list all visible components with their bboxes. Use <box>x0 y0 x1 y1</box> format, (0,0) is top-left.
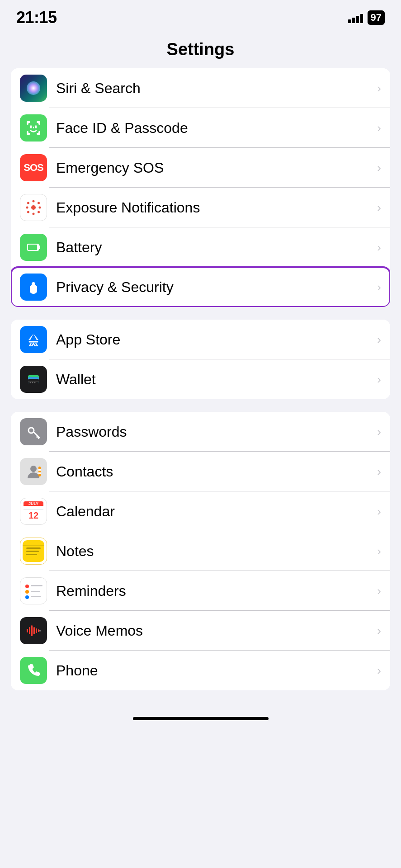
settings-row-passwords[interactable]: Passwords › <box>11 412 390 452</box>
svg-point-15 <box>38 211 40 213</box>
faceid-label: Face ID & Passcode <box>56 120 373 137</box>
signal-bars-icon <box>348 12 363 23</box>
settings-row-calendar[interactable]: 12 JULY Calendar › <box>11 491 390 531</box>
battery-percentage: 97 <box>371 12 382 24</box>
settings-group-security: Siri & Search › <box>11 68 390 307</box>
signal-bar-2 <box>352 18 355 23</box>
svg-rect-59 <box>31 596 41 597</box>
wallet-icon <box>20 366 47 393</box>
calendar-label: Calendar <box>56 503 373 520</box>
exposure-icon <box>20 194 47 221</box>
svg-rect-2 <box>27 121 28 125</box>
contacts-chevron-icon: › <box>377 465 381 479</box>
exposure-svg <box>25 199 42 216</box>
svg-point-55 <box>25 590 29 594</box>
reminders-icon <box>20 577 47 604</box>
wallet-svg <box>25 371 42 388</box>
signal-bar-1 <box>348 19 351 23</box>
voicememos-label: Voice Memos <box>56 623 373 639</box>
phone-icon <box>20 657 47 684</box>
svg-point-31 <box>30 382 31 383</box>
svg-point-33 <box>34 382 36 383</box>
svg-rect-10 <box>35 125 37 128</box>
siri-label: Siri & Search <box>56 80 373 97</box>
page-title: Settings <box>0 40 401 59</box>
svg-rect-8 <box>38 131 40 135</box>
sos-text: SOS <box>24 162 43 174</box>
settings-row-contacts[interactable]: Contacts › <box>11 452 390 491</box>
siri-chevron-icon: › <box>377 81 381 95</box>
svg-point-20 <box>31 205 36 210</box>
siri-svg <box>25 80 42 96</box>
svg-rect-11 <box>33 127 34 128</box>
svg-rect-61 <box>29 627 30 634</box>
settings-row-reminders[interactable]: Reminders › <box>11 571 390 611</box>
exposure-chevron-icon: › <box>377 201 381 215</box>
svg-point-14 <box>39 207 41 209</box>
settings-row-privacy[interactable]: Privacy & Security › <box>11 267 390 307</box>
settings-row-exposure[interactable]: Exposure Notifications › <box>11 188 390 227</box>
phone-label: Phone <box>56 662 373 679</box>
settings-row-sos[interactable]: SOS Emergency SOS › <box>11 148 390 188</box>
contacts-label: Contacts <box>56 463 373 480</box>
sos-icon: SOS <box>20 154 47 181</box>
reminders-chevron-icon: › <box>377 584 381 598</box>
sos-label: Emergency SOS <box>56 160 373 176</box>
status-time: 21:15 <box>16 8 57 27</box>
svg-rect-23 <box>28 245 37 250</box>
faceid-chevron-icon: › <box>377 121 381 135</box>
contacts-icon <box>20 458 47 485</box>
appstore-svg <box>25 331 42 348</box>
privacy-label: Privacy & Security <box>56 279 373 296</box>
svg-point-18 <box>26 207 28 209</box>
svg-point-19 <box>27 202 29 204</box>
privacy-icon <box>20 274 47 301</box>
settings-row-battery[interactable]: Battery › <box>11 227 390 267</box>
notes-icon <box>20 538 47 565</box>
svg-rect-25 <box>35 285 36 288</box>
home-indicator <box>133 717 269 720</box>
battery-label: Battery <box>56 239 373 256</box>
svg-rect-24 <box>31 285 33 288</box>
passwords-label: Passwords <box>56 424 373 440</box>
appstore-label: App Store <box>56 331 373 348</box>
privacy-chevron-icon: › <box>377 280 381 294</box>
svg-rect-41 <box>38 472 41 474</box>
svg-point-17 <box>27 211 29 213</box>
reminders-svg <box>21 578 46 604</box>
signal-bar-3 <box>356 16 359 23</box>
settings-group-apps1: App Store › Wallet › <box>11 320 390 399</box>
appstore-chevron-icon: › <box>377 333 381 347</box>
svg-rect-6 <box>27 131 28 135</box>
settings-row-faceid[interactable]: Face ID & Passcode › <box>11 108 390 148</box>
svg-rect-30 <box>28 381 39 382</box>
passwords-icon <box>20 418 47 445</box>
calendar-chevron-icon: › <box>377 505 381 519</box>
phone-svg <box>25 662 42 679</box>
svg-rect-4 <box>38 121 40 125</box>
bottom-area <box>0 703 401 730</box>
status-icons: 97 <box>348 10 385 25</box>
svg-rect-66 <box>39 630 41 632</box>
signal-bar-4 <box>360 14 363 23</box>
svg-rect-62 <box>31 625 33 636</box>
settings-group-apps2: Passwords › Contacts › <box>11 412 390 690</box>
faceid-icon <box>20 114 47 142</box>
battery-status-icon: 97 <box>368 10 385 25</box>
settings-row-appstore[interactable]: App Store › <box>11 320 390 359</box>
svg-point-16 <box>33 213 35 215</box>
svg-point-12 <box>33 200 35 203</box>
svg-point-13 <box>38 202 40 204</box>
siri-icon <box>20 75 47 102</box>
appstore-icon <box>20 326 47 353</box>
settings-row-wallet[interactable]: Wallet › <box>11 359 390 399</box>
settings-row-phone[interactable]: Phone › <box>11 651 390 690</box>
faceid-svg <box>25 119 42 137</box>
settings-row-siri[interactable]: Siri & Search › <box>11 68 390 108</box>
status-bar: 21:15 97 <box>0 0 401 32</box>
settings-row-notes[interactable]: Notes › <box>11 531 390 571</box>
svg-rect-39 <box>38 467 41 476</box>
settings-row-voicememos[interactable]: Voice Memos › <box>11 611 390 651</box>
calendar-icon: 12 JULY <box>20 498 47 525</box>
notes-label: Notes <box>56 543 373 560</box>
